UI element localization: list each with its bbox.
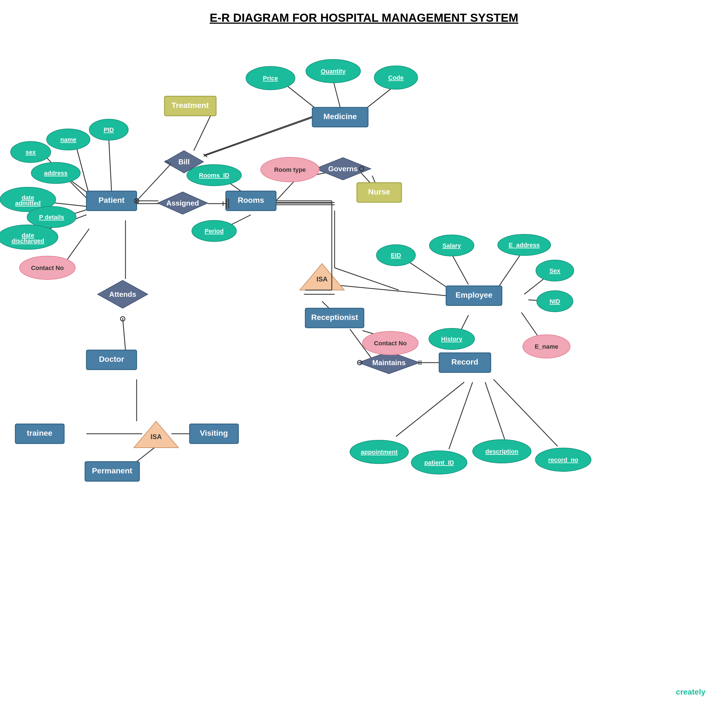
treatment-label: Treatment (172, 101, 209, 110)
governs-label: Governs (328, 165, 358, 173)
history-label: History (441, 336, 462, 343)
svg-line-51 (137, 446, 156, 462)
svg-line-47 (494, 379, 558, 446)
quantity-label: Quantity (321, 68, 346, 75)
description-label: description (485, 448, 519, 455)
nid-label: NID (550, 298, 560, 305)
svg-line-45 (449, 382, 472, 449)
code-label: Code (389, 74, 404, 81)
er-diagram: E-R DIAGRAM FOR HOSPITAL MANAGEMENT SYST… (0, 0, 728, 706)
receptionist-label: Receptionist (311, 313, 358, 322)
permanent-label: Permanent (92, 466, 133, 475)
nurse-label: Nurse (368, 187, 390, 196)
svg-line-4 (137, 162, 173, 201)
eid-label: EID (391, 252, 401, 259)
isa-employee-label: ISA (316, 275, 328, 283)
patient-label: Patient (98, 196, 124, 204)
record-label: Record (451, 357, 478, 366)
price-label: Price (263, 75, 278, 82)
medicine-label: Medicine (324, 112, 357, 121)
assigned-label: Assigned (166, 199, 199, 207)
sex-emp-label: Sex (549, 267, 560, 274)
salary-label: Salary (442, 242, 461, 249)
svg-line-1 (333, 80, 340, 107)
maintains-label: Maintains (372, 359, 406, 367)
p-details-label: P details (39, 214, 64, 221)
rooms-id-label: Rooms_ID (199, 172, 230, 179)
contact-no-patient-label: Contact No (31, 265, 64, 271)
isa-doctor-label: ISA (150, 433, 162, 440)
svg-line-24 (123, 318, 126, 350)
svg-line-44 (396, 382, 464, 437)
svg-line-38 (335, 268, 399, 290)
patient-id-label: patient_ID (425, 459, 454, 466)
appointment-label: appointment (361, 448, 398, 456)
e-name-label: E_name (535, 343, 558, 350)
visiting-label: Visiting (200, 429, 228, 437)
date-discharged-label2: discharged (12, 237, 44, 244)
svg-line-3 (194, 116, 211, 150)
watermark-text: creately (676, 687, 705, 696)
date-admitted-label2: admitted (15, 200, 41, 207)
bill-rel-label: Bill (178, 158, 189, 166)
rooms-label: Rooms (238, 196, 264, 204)
trainee-label: trainee (27, 429, 52, 437)
address-label: address (44, 169, 68, 176)
doctor-label: Doctor (99, 355, 124, 363)
attends-label: Attends (109, 290, 136, 298)
record-no-label: record_no (548, 456, 578, 463)
name-label: name (60, 136, 76, 143)
svg-line-5 (204, 117, 314, 156)
e-address-label: E_address (508, 242, 540, 249)
sex-patient-label: sex (26, 149, 36, 156)
room-type-label: Room type (274, 166, 306, 173)
period-label: Period (205, 228, 224, 234)
contact-no-emp-label: Contact No (374, 340, 406, 347)
employee-label: Employee (456, 291, 493, 299)
pid-label: PID (104, 126, 114, 133)
svg-line-46 (485, 382, 505, 439)
svg-line-6 (205, 116, 315, 155)
svg-line-9 (109, 138, 111, 191)
